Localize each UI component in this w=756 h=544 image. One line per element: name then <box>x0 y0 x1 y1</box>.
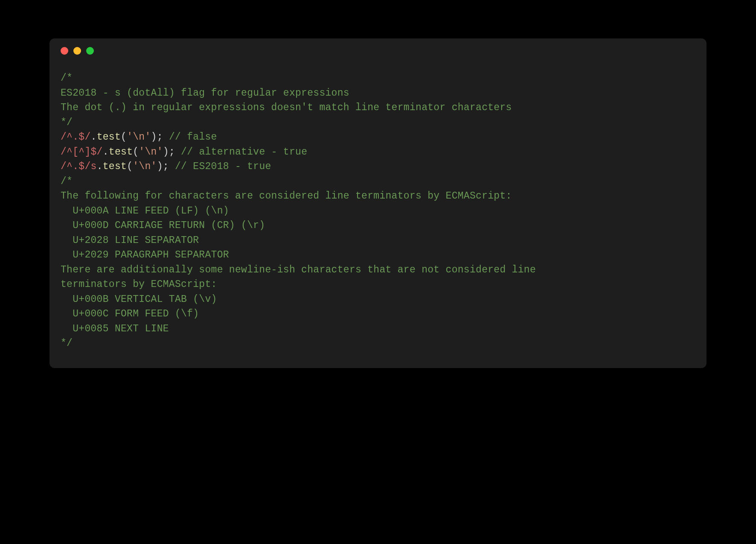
string-literal: '\n' <box>133 161 157 172</box>
comment-text: The following for characters are conside… <box>61 190 512 202</box>
comment-text: U+000A LINE FEED (LF) (\n) <box>61 205 229 216</box>
comment-close: */ <box>61 338 73 349</box>
comment-text: U+0085 NEXT LINE <box>61 323 169 334</box>
string-literal: '\n' <box>139 146 163 158</box>
regex-literal: /^.$/s <box>61 161 97 172</box>
paren-close: ); <box>163 146 175 158</box>
window-titlebar <box>49 38 707 59</box>
comment-text: U+2028 LINE SEPARATOR <box>61 235 199 246</box>
code-content: /*ES2018 - s (dotAll) flag for regular e… <box>49 59 707 368</box>
line-comment: // ES2018 - true <box>169 161 271 172</box>
paren-open: ( <box>127 161 133 172</box>
comment-text: U+000B VERTICAL TAB (\v) <box>61 294 217 305</box>
code-statement: /^[^]$/.test('\n'); // alternative - tru… <box>61 145 695 160</box>
minimize-button[interactable] <box>73 47 81 55</box>
paren-open: ( <box>121 132 127 143</box>
close-button[interactable] <box>61 47 68 55</box>
paren-close: ); <box>151 132 163 143</box>
regex-literal: /^[^]$/ <box>61 146 103 158</box>
code-editor-window: /*ES2018 - s (dotAll) flag for regular e… <box>49 38 707 368</box>
paren-open: ( <box>133 146 139 158</box>
comment-text: U+2029 PARAGRAPH SEPARATOR <box>61 249 229 260</box>
comment-text: There are additionally some newline-ish … <box>61 264 536 275</box>
line-comment: // false <box>163 132 217 143</box>
dot-operator: . <box>97 161 103 172</box>
method-name: test <box>109 146 133 158</box>
comment-text: U+000D CARRIAGE RETURN (CR) (\r) <box>61 220 265 231</box>
method-name: test <box>97 132 121 143</box>
comment-open: /* <box>61 176 73 187</box>
maximize-button[interactable] <box>86 47 94 55</box>
code-statement: /^.$/.test('\n'); // false <box>61 130 695 145</box>
comment-text: ES2018 - s (dotAll) flag for regular exp… <box>61 88 349 99</box>
dot-operator: . <box>91 132 97 143</box>
comment-text: The dot (.) in regular expressions doesn… <box>61 102 512 113</box>
comment-close: */ <box>61 117 73 128</box>
comment-text: U+000C FORM FEED (\f) <box>61 308 199 319</box>
comment-text: terminators by ECMAScript: <box>61 279 217 290</box>
paren-close: ); <box>157 161 169 172</box>
comment-open: /* <box>61 73 73 84</box>
regex-literal: /^.$/ <box>61 132 91 143</box>
method-name: test <box>103 161 127 172</box>
line-comment: // alternative - true <box>175 146 307 158</box>
dot-operator: . <box>103 146 109 158</box>
string-literal: '\n' <box>127 132 151 143</box>
code-statement: /^.$/s.test('\n'); // ES2018 - true <box>61 159 695 174</box>
